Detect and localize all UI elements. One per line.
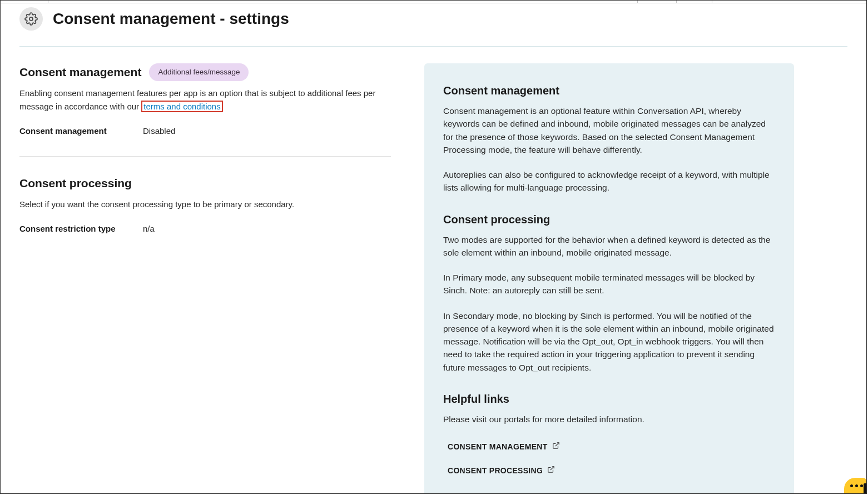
info-cp-p3: In Secondary mode, no blocking by Sinch … xyxy=(443,309,775,374)
consent-restriction-row: Consent restriction type n/a xyxy=(19,219,391,239)
consent-proc-title: Consent processing xyxy=(19,174,391,192)
consent-proc-desc: Select if you want the consent processin… xyxy=(19,198,391,211)
page-title: Consent management - settings xyxy=(53,7,289,31)
external-link-icon xyxy=(547,465,555,477)
info-cm-p1: Consent management is an optional featur… xyxy=(443,104,775,156)
consent-mgmt-title: Consent management xyxy=(19,63,141,81)
chat-dot-icon xyxy=(850,484,853,487)
info-cm-title: Consent management xyxy=(443,82,775,99)
consent-management-link[interactable]: CONSENT MANAGEMENT xyxy=(443,438,775,456)
left-column: Consent management Additional fees/messa… xyxy=(19,63,391,239)
info-hl-title: Helpful links xyxy=(443,391,775,407)
info-cp-p1: Two modes are supported for the behavior… xyxy=(443,233,775,259)
gear-icon xyxy=(19,7,43,31)
info-cp-p2: In Primary mode, any subsequent mobile t… xyxy=(443,271,775,297)
consent-processing-link[interactable]: CONSENT PROCESSING xyxy=(443,462,775,480)
consent-mgmt-status-value: Disabled xyxy=(143,125,175,138)
consent-mgmt-status-row: Consent management Disabled xyxy=(19,122,391,141)
chat-dot-icon xyxy=(860,484,863,487)
consent-mgmt-desc: Enabling consent management features per… xyxy=(19,87,391,113)
consent-restriction-label: Consent restriction type xyxy=(19,223,143,236)
info-hl-desc: Please visit our portals for more detail… xyxy=(443,413,775,426)
info-panel: Consent management Consent management is… xyxy=(424,63,794,494)
ext-link-label: CONSENT PROCESSING xyxy=(448,465,543,477)
chat-widget[interactable] xyxy=(844,478,866,493)
section-divider xyxy=(19,156,391,157)
page-header: Consent management - settings xyxy=(19,7,847,47)
chat-tab-icon xyxy=(864,483,867,493)
top-tab-stubs xyxy=(1,1,866,3)
terms-and-conditions-link[interactable]: terms and conditions xyxy=(143,102,220,111)
terms-link-highlight: terms and conditions xyxy=(141,101,222,112)
fees-badge: Additional fees/message xyxy=(149,63,249,81)
svg-line-2 xyxy=(550,467,554,470)
info-cm-p2: Autoreplies can also be configured to ac… xyxy=(443,168,775,194)
svg-point-0 xyxy=(29,17,33,21)
consent-restriction-value: n/a xyxy=(143,223,155,236)
ext-link-label: CONSENT MANAGEMENT xyxy=(448,441,548,453)
svg-line-1 xyxy=(555,443,558,446)
external-link-icon xyxy=(552,441,560,453)
chat-dot-icon xyxy=(855,484,858,487)
info-cp-title: Consent processing xyxy=(443,211,775,228)
consent-mgmt-status-label: Consent management xyxy=(19,125,143,138)
